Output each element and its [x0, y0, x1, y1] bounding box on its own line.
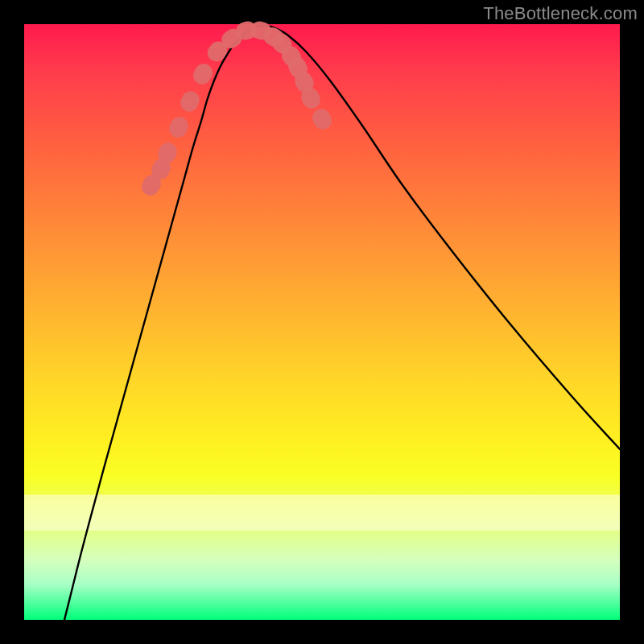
svg-rect-4 — [167, 114, 192, 141]
svg-rect-6 — [190, 60, 216, 87]
svg-rect-5 — [178, 89, 203, 115]
svg-rect-17 — [309, 105, 335, 132]
bottleneck-curve — [64, 26, 620, 620]
chart-frame: TheBottleneck.com — [0, 0, 644, 644]
plot-area — [24, 24, 620, 620]
light-bands — [24, 495, 620, 530]
curve-markers — [138, 19, 335, 199]
watermark-text: TheBottleneck.com — [483, 3, 638, 24]
curve-layer — [24, 24, 620, 620]
svg-rect-0 — [24, 495, 620, 530]
